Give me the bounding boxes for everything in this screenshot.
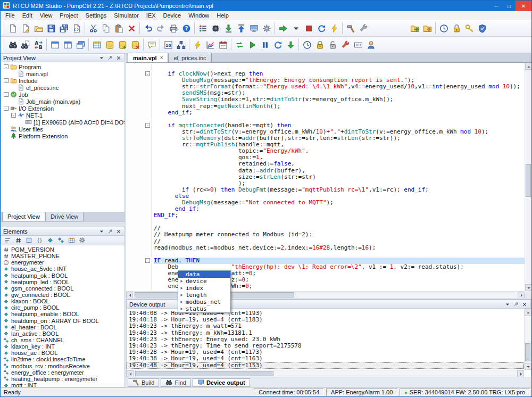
table-button[interactable] (90, 38, 103, 52)
gear-button[interactable] (260, 21, 273, 35)
box-button[interactable] (24, 236, 34, 245)
code-line[interactable] (154, 251, 525, 258)
tool-red-button[interactable] (339, 38, 352, 52)
tree-item-net-1[interactable]: -NET-1 (1, 112, 124, 119)
pin-button[interactable] (512, 301, 520, 308)
lock-button[interactable] (313, 38, 326, 52)
element-el-heater-bool[interactable]: el_heater : BOOL (1, 324, 124, 330)
code-line[interactable]: DebugMsg(message:="Not connected to MQTT… (154, 200, 525, 206)
element-heatdump-on-array-of-bool[interactable]: heatdump_on : ARRAY OF BOOL (1, 318, 124, 324)
chevron-button[interactable] (504, 301, 511, 308)
tab-device-output[interactable]: Device output (193, 378, 250, 387)
element-energy-office-energymeter[interactable]: energy_office : energymeter (1, 369, 124, 376)
tab-main-vpl[interactable]: main.vpl× (128, 53, 168, 62)
open-button[interactable] (32, 21, 45, 35)
scroll-down-arrow[interactable] (525, 363, 531, 370)
element-master-phone[interactable]: MASTER_PHONE (1, 253, 124, 259)
tree-item-el-prices-inc[interactable]: el_prices.inc (1, 84, 124, 91)
window-cascade-button[interactable] (74, 38, 87, 52)
copy-button[interactable] (99, 21, 112, 35)
title-bar[interactable]: RTCU M2M Studio - PumpCtrl 2.21 - Z:\RTC… (1, 1, 531, 11)
code-line[interactable]: if (rc<>0) then DebugFmt(message:="mqttP… (154, 187, 525, 193)
save-button[interactable] (45, 21, 57, 35)
menu-iex[interactable]: IEX (143, 11, 160, 20)
tree-item-include[interactable]: -Include (1, 77, 124, 84)
tree-item-main-vpl[interactable]: main.vpl (1, 70, 124, 77)
tree-expander[interactable]: - (4, 106, 9, 111)
autocomplete-item-modbus-net[interactable]: modbus_net (178, 299, 230, 305)
braces-button[interactable]: {} (35, 236, 44, 245)
page-edit-button[interactable] (19, 21, 32, 35)
stop-button[interactable] (302, 21, 315, 35)
tree-item-program[interactable]: -Program (1, 63, 124, 70)
num101-button[interactable]: 101 (352, 38, 364, 52)
db2-button[interactable] (116, 38, 129, 52)
window-button[interactable] (48, 38, 61, 52)
maximize-button[interactable]: □ (503, 1, 516, 11)
tab-find[interactable]: Find (161, 378, 190, 387)
autocomplete-item-device[interactable]: device (178, 278, 230, 285)
code-area[interactable]: if clockNow()>next_rep then DebugMsg(mes… (152, 63, 525, 291)
element-heatpump-ok-bool[interactable]: heatpump_ok : BOOL (1, 272, 124, 279)
scroll-right-arrow[interactable] (517, 370, 524, 377)
chart-button[interactable] (204, 38, 217, 52)
dropdown-button[interactable] (289, 21, 302, 35)
upload-button[interactable] (235, 21, 247, 35)
device-output-log[interactable]: 19:40:08 -> Hour=19, used=4 (cnt=1193)19… (127, 309, 524, 370)
element-klaxon-bool[interactable]: klaxon : BOOL (1, 298, 124, 304)
minimize-button[interactable]: ─ (490, 1, 503, 11)
user-button[interactable] (364, 38, 377, 52)
var-button[interactable] (45, 236, 55, 245)
undo-button[interactable] (142, 21, 154, 35)
element-house-ac-bool[interactable]: house_ac : BOOL (1, 350, 124, 356)
menu-help[interactable]: Help (213, 11, 232, 20)
shield-button[interactable] (476, 21, 488, 35)
menu-settings[interactable]: Settings (82, 11, 111, 20)
menu-edit[interactable]: Edit (19, 11, 36, 20)
tree-item-user-files[interactable]: User files (1, 126, 124, 133)
table-button[interactable] (66, 236, 76, 245)
help-button[interactable]: ? (180, 21, 193, 35)
fold-marker[interactable]: - (145, 258, 150, 263)
tree-item-i-o-extension[interactable]: -I/O Extension (1, 105, 124, 112)
hammer-button[interactable] (344, 21, 357, 35)
code-line[interactable]: // Heatpump meter connected to Modbus (i… (154, 231, 525, 238)
sync-button[interactable] (233, 38, 246, 52)
delete-button[interactable] (125, 21, 138, 35)
chip-button[interactable] (209, 21, 222, 35)
key-button[interactable] (463, 21, 476, 35)
log-line[interactable]: 19:40:48 -> Hour=19, used=4 (cnt=1153) (127, 362, 524, 369)
element-klaxon-key-int[interactable]: klaxon_key : INT (1, 343, 124, 350)
tree-expander[interactable]: - (4, 64, 9, 69)
wrench-button[interactable] (357, 21, 370, 35)
element-pgm-version[interactable]: PGM_VERSION (1, 246, 124, 253)
folder-in-button[interactable] (408, 21, 421, 35)
clock-button[interactable] (437, 21, 450, 35)
autocomplete-item-status[interactable]: status (178, 305, 230, 312)
tree-expander[interactable]: - (4, 92, 9, 97)
pin-button[interactable] (106, 228, 114, 235)
struct-button[interactable] (56, 236, 65, 245)
gear-button[interactable] (77, 236, 87, 245)
tree-item-1-ex9065d-ai-0-ao-0-di-4-do-5[interactable]: [1] EX9065D (AI=0 AO=0 DI=4 DO=5) (1, 119, 124, 126)
unlock-button[interactable] (326, 38, 339, 52)
log-line[interactable]: 19:40:23 -> thEnergy: m_kWh=13181.1 (127, 330, 524, 336)
clock-button[interactable] (301, 38, 313, 52)
pin-button[interactable] (106, 54, 114, 61)
menu-view[interactable]: View (36, 11, 56, 20)
menu-file[interactable]: File (2, 11, 19, 20)
bubble-button[interactable] (145, 38, 158, 52)
element-heatpump-led-bool[interactable]: heatpump_led : BOOL (1, 279, 124, 285)
element-circ-pump-bool[interactable]: circ_pump : BOOL (1, 304, 124, 311)
pause-button[interactable] (259, 38, 271, 52)
autocomplete-item-length[interactable]: length (178, 292, 230, 299)
code-line[interactable]: end_if; (154, 110, 525, 116)
refresh-button[interactable] (271, 38, 284, 52)
tree-item-job-main-main-vpx[interactable]: Job_main (main.vpx) (1, 98, 124, 105)
code-line[interactable]: end_if; (154, 206, 525, 212)
down-arrow-button[interactable] (284, 38, 297, 52)
log-horizontal-scrollbar[interactable] (127, 370, 524, 377)
scroll-up-arrow[interactable] (525, 63, 532, 70)
code-line[interactable]: read(modbus_net:=modbus_net,device:=2,in… (154, 245, 525, 251)
menu-project[interactable]: Project (56, 11, 81, 20)
